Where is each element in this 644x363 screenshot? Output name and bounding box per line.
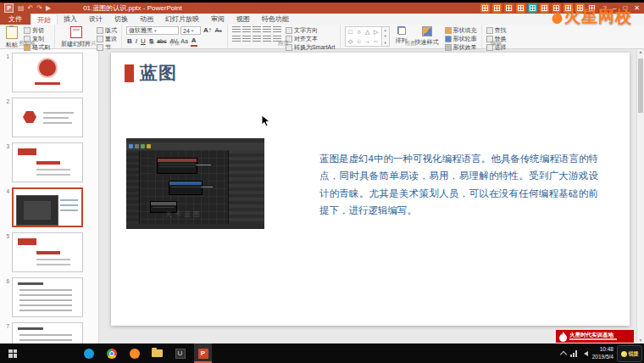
bullets-icon[interactable]: [232, 26, 241, 33]
folder-icon[interactable]: [148, 343, 166, 363]
addon-icon[interactable]: [587, 3, 597, 13]
addon-icon[interactable]: [552, 3, 561, 13]
slide-title-block[interactable]: 蓝图: [125, 61, 177, 85]
start-button[interactable]: [0, 343, 25, 363]
paragraph-group: 文字方向 对齐文本 转换为SmartArt 段落: [228, 25, 341, 48]
ribbon-tab-9[interactable]: 视图: [230, 14, 256, 25]
new-slide-icon: [70, 26, 82, 38]
layout-icon: [97, 27, 103, 34]
ue4-play-icon: [141, 144, 145, 148]
addon-icon[interactable]: [540, 3, 549, 13]
save-icon[interactable]: ▤: [18, 5, 25, 12]
ribbon-tabs: 文件开始插入设计切换动画幻灯片放映审阅视图特色功能: [0, 14, 644, 25]
redo-icon[interactable]: ↷: [36, 5, 42, 12]
minimize-button[interactable]: –: [613, 4, 616, 12]
title-accent-square: [125, 64, 134, 82]
slide-number: 5: [0, 232, 12, 272]
shape-glyph[interactable]: □: [348, 29, 352, 35]
screen-top-frame: [0, 0, 644, 3]
ribbon: 粘贴 剪切 复制 格式刷 剪贴板 新建幻灯片 版式 重设 节 幻灯片 微软雅黑▾: [0, 25, 644, 49]
slide-thumbnail-3[interactable]: 3: [0, 142, 98, 182]
ribbon-tab-8[interactable]: 审阅: [205, 14, 230, 25]
ribbon-tab-10[interactable]: 特色功能: [256, 14, 295, 25]
shape-glyph[interactable]: △: [365, 29, 369, 36]
shrink-font-button[interactable]: A↓: [214, 26, 223, 35]
ribbon-tab-3[interactable]: 插入: [58, 14, 83, 25]
numbering-icon[interactable]: [242, 26, 251, 33]
ue4-mybp-panel: [126, 150, 140, 224]
slides-group-label: 幻灯片: [55, 40, 121, 47]
slide-thumbnail-1[interactable]: 1: [0, 53, 98, 92]
maximize-button[interactable]: □: [623, 4, 627, 12]
clock-time: 10:48: [592, 346, 613, 353]
addon-icon[interactable]: [492, 3, 502, 13]
slide-thumbnail-6[interactable]: 6: [0, 277, 98, 317]
start-slideshow-icon[interactable]: ▶: [46, 5, 51, 12]
shape-glyph[interactable]: ○: [357, 29, 360, 35]
text-direction-button[interactable]: 文字方向: [286, 26, 336, 34]
addon-icon[interactable]: [504, 3, 514, 13]
close-button[interactable]: ✕: [634, 4, 640, 12]
find-icon: [486, 27, 493, 34]
ribbon-tab-4[interactable]: 设计: [83, 14, 108, 25]
help-icon[interactable]: ?: [603, 4, 607, 12]
indent-decrease-icon[interactable]: [253, 26, 261, 33]
slide-thumbnail-7[interactable]: 7: [0, 322, 98, 343]
firefox-icon[interactable]: [125, 343, 143, 363]
slide-thumbnail-4[interactable]: 4: [0, 187, 98, 227]
grow-font-button[interactable]: A↑: [203, 26, 213, 35]
taskbar-clock[interactable]: 10:48 2019/5/4: [592, 346, 613, 360]
addon-icon[interactable]: [480, 3, 490, 13]
chrome-icon[interactable]: [103, 343, 120, 363]
network-icon[interactable]: [570, 350, 577, 357]
slide-number: 2: [0, 98, 12, 137]
windows-logo-icon: [8, 349, 17, 358]
slide-thumbnail-5[interactable]: 5: [0, 232, 98, 272]
vertical-scrollbar[interactable]: ▲ ▼: [636, 48, 644, 343]
slide-thumbnail-preview: [12, 232, 83, 272]
slide-body-text[interactable]: 蓝图是虚幻4中的一种可视化编程语言。他具备传统编程语言的特点，同时具备简单易读，…: [319, 150, 598, 220]
browser-icon[interactable]: [80, 343, 97, 363]
quick-access-toolbar: ▤↶↷▶: [18, 5, 51, 12]
ribbon-tab-1[interactable]: 文件: [0, 14, 31, 25]
shape-fill-button[interactable]: 形状填充: [445, 26, 477, 34]
powerpoint-app-icon[interactable]: P: [4, 3, 14, 13]
cut-icon: [24, 27, 31, 34]
quick-styles-icon: [422, 26, 432, 36]
slide-thumbnail-2[interactable]: 2: [0, 98, 98, 137]
indent-increase-icon[interactable]: [263, 26, 271, 33]
ue4-app-icon[interactable]: U: [171, 343, 189, 363]
slide-canvas[interactable]: 蓝图 关卡蓝图 蓝图是: [111, 53, 630, 326]
addon-icon[interactable]: [516, 3, 525, 13]
scrollbar-thumb[interactable]: [638, 59, 643, 113]
addon-icon[interactable]: [564, 3, 573, 13]
editing-group-label: 编辑: [482, 40, 511, 47]
slide-thumbnail-preview: [12, 98, 83, 137]
ribbon-tab-6[interactable]: 动画: [134, 14, 159, 25]
paragraph-group-label: 段落: [228, 40, 340, 47]
shape-glyph[interactable]: ▷: [374, 29, 378, 36]
slide-number: 1: [0, 53, 12, 92]
addon-icon[interactable]: [575, 3, 585, 13]
powerpoint-icon[interactable]: P: [194, 343, 212, 363]
ribbon-tab-7[interactable]: 幻灯片放映: [159, 14, 205, 25]
ribbon-tab-2[interactable]: 开始: [31, 14, 58, 25]
text-direction-icon: [286, 27, 292, 34]
line-spacing-icon[interactable]: [273, 26, 281, 33]
shape-fill-icon: [445, 27, 452, 34]
font-size-select[interactable]: 24▾: [180, 26, 201, 35]
slide-number: 4: [0, 187, 12, 227]
find-button[interactable]: 查找: [486, 26, 507, 34]
cut-button[interactable]: 剪切: [24, 26, 50, 34]
volume-icon[interactable]: [581, 351, 588, 356]
ribbon-tab-5[interactable]: 切换: [108, 14, 134, 25]
window-title: 01.蓝图的认识.pptx - PowerPoint: [83, 3, 181, 13]
slide-editing-area[interactable]: 蓝图 关卡蓝图 蓝图是: [100, 48, 644, 343]
ue4-save-icon: [135, 144, 139, 148]
addon-icon[interactable]: [528, 3, 537, 13]
layout-button[interactable]: 版式: [97, 26, 117, 34]
font-name-select[interactable]: 微软雅黑▾: [126, 26, 179, 35]
tray-expand-icon[interactable]: [559, 350, 566, 357]
ue4-screenshot[interactable]: 关卡蓝图: [126, 138, 264, 229]
undo-icon[interactable]: ↶: [28, 5, 34, 12]
